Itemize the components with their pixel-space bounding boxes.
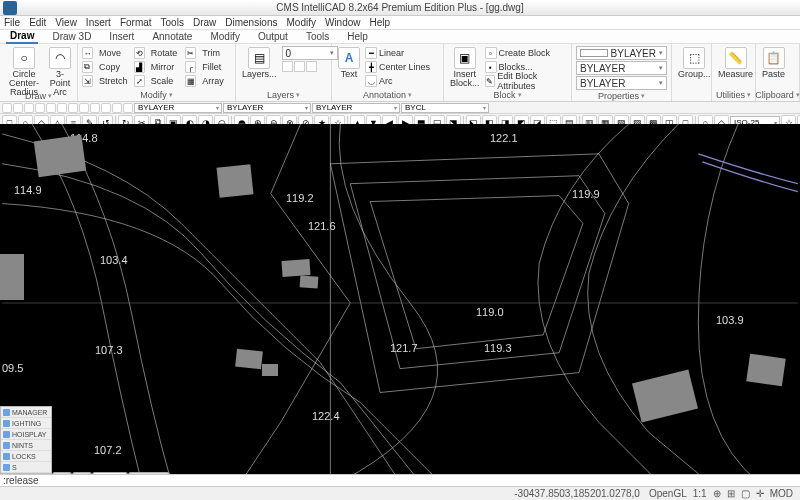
panel-label-properties: Properties — [576, 90, 667, 102]
menubar: FileEditViewInsertFormatToolsDrawDimensi… — [0, 16, 800, 30]
paste-button[interactable]: 📋Paste — [760, 46, 787, 80]
ribbon-tab-annotate[interactable]: Annotate — [148, 30, 196, 43]
status-item[interactable]: ✛ — [753, 487, 767, 500]
qat-button[interactable] — [79, 103, 89, 113]
mirror-label[interactable]: Mirror — [151, 62, 180, 72]
paste-icon: 📋 — [763, 47, 785, 69]
qat-button[interactable] — [112, 103, 122, 113]
trim-icon[interactable]: ✂ — [185, 47, 196, 59]
group-button[interactable]: ⬚Group... — [676, 46, 713, 80]
menu-tools[interactable]: Tools — [161, 17, 184, 28]
drawing-canvas[interactable]: 114.8114.9122.1103.4119.2121.6119.9107.3… — [0, 124, 800, 482]
status-item[interactable]: ▢ — [738, 487, 753, 500]
rotate-icon[interactable]: ⟲ — [134, 47, 145, 59]
ribbon-tab-draw[interactable]: Draw — [6, 29, 38, 44]
layers-button[interactable]: ▤ Layers... — [240, 46, 279, 80]
move-label[interactable]: Move — [99, 48, 128, 58]
tree-item[interactable]: S — [1, 462, 51, 473]
tree-item[interactable]: IGHTING — [1, 418, 51, 429]
left-tree-panel[interactable]: MANAGERIGHTINGHOISPLAYNINTSLOCKSS — [0, 406, 52, 474]
ribbon-tab-modify[interactable]: Modify — [206, 30, 243, 43]
center-lines-icon[interactable]: ╋ — [365, 61, 377, 73]
tree-icon — [3, 409, 10, 416]
status-item[interactable]: 1:1 — [690, 487, 710, 500]
group-icon: ⬚ — [683, 47, 705, 69]
arc-icon[interactable]: ◡ — [365, 75, 377, 87]
menu-view[interactable]: View — [55, 17, 77, 28]
statusbar: -30437.8503,185201.0278,0 OpenGL1:1⊕⊞▢✛M… — [0, 486, 800, 500]
tree-item[interactable]: NINTS — [1, 440, 51, 451]
copy-icon[interactable]: ⧉ — [82, 61, 93, 73]
qat-button[interactable] — [13, 103, 23, 113]
measure-icon: 📏 — [725, 47, 747, 69]
qat-button[interactable] — [123, 103, 133, 113]
qat-button[interactable] — [68, 103, 78, 113]
qat-button[interactable] — [35, 103, 45, 113]
property-combo-0[interactable]: BYLAYER — [576, 46, 667, 60]
layer-combo[interactable]: 0 — [282, 46, 338, 60]
command-line[interactable]: : release — [0, 474, 800, 486]
layer-tool-icon[interactable] — [294, 61, 305, 72]
layers-icon: ▤ — [248, 47, 270, 69]
rotate-label[interactable]: Rotate — [151, 48, 180, 58]
stretch-label[interactable]: Stretch — [99, 76, 128, 86]
menu-modify[interactable]: Modify — [287, 17, 316, 28]
scale-icon[interactable]: ⤢ — [134, 75, 145, 87]
bylayer-combo[interactable]: BYLAYER — [312, 103, 400, 113]
tree-item[interactable]: LOCKS — [1, 451, 51, 462]
tree-item[interactable]: MANAGER — [1, 407, 51, 418]
layer-tool-icon[interactable] — [306, 61, 317, 72]
qat-button[interactable] — [57, 103, 67, 113]
property-combo-1[interactable]: BYLAYER — [576, 61, 667, 75]
fillet-label[interactable]: Fillet — [202, 62, 231, 72]
array-label[interactable]: Array — [202, 76, 231, 86]
insert-block-button[interactable]: ▣ Insert Block... — [448, 46, 482, 89]
text-button[interactable]: A Text — [336, 46, 362, 80]
status-item[interactable]: ⊕ — [710, 487, 724, 500]
edit-block-attributes-icon[interactable]: ✎ — [485, 75, 496, 87]
status-item[interactable]: OpenGL — [646, 487, 690, 500]
ribbon-tab-tools[interactable]: Tools — [302, 30, 333, 43]
tree-icon — [3, 464, 10, 471]
tree-item[interactable]: HOISPLAY — [1, 429, 51, 440]
ribbon-tab-help[interactable]: Help — [343, 30, 372, 43]
menu-window[interactable]: Window — [325, 17, 361, 28]
bylayer-combo[interactable]: BYLAYER — [134, 103, 222, 113]
property-combo-2[interactable]: BYLAYER — [576, 76, 667, 90]
mirror-icon[interactable]: ▟ — [134, 61, 145, 73]
linear-icon[interactable]: ━ — [365, 47, 377, 59]
menu-file[interactable]: File — [4, 17, 20, 28]
qat-button[interactable] — [90, 103, 100, 113]
ribbon-tab-output[interactable]: Output — [254, 30, 292, 43]
menu-dimensions[interactable]: Dimensions — [225, 17, 277, 28]
ribbon-tab-draw-3d[interactable]: Draw 3D — [48, 30, 95, 43]
trim-label[interactable]: Trim — [202, 48, 231, 58]
menu-format[interactable]: Format — [120, 17, 152, 28]
blocks----icon[interactable]: ▪ — [485, 61, 497, 73]
status-item[interactable]: MOD — [767, 487, 796, 500]
bylayer-combo[interactable]: BYCL — [401, 103, 489, 113]
ribbon-tab-insert[interactable]: Insert — [105, 30, 138, 43]
status-item[interactable]: ⊞ — [724, 487, 738, 500]
copy-label[interactable]: Copy — [99, 62, 128, 72]
layer-tool-icon[interactable] — [282, 61, 293, 72]
tree-icon — [3, 420, 10, 427]
qat-button[interactable] — [2, 103, 12, 113]
bylayer-combo[interactable]: BYLAYER — [223, 103, 311, 113]
move-icon[interactable]: ↔ — [82, 47, 93, 59]
qat-button[interactable] — [101, 103, 111, 113]
create-block-icon[interactable]: ▫ — [485, 47, 497, 59]
building-shape — [0, 254, 24, 300]
array-icon[interactable]: ▦ — [185, 75, 196, 87]
topo-lines — [0, 124, 800, 482]
menu-help[interactable]: Help — [370, 17, 391, 28]
qat-button[interactable] — [46, 103, 56, 113]
qat-button[interactable] — [24, 103, 34, 113]
fillet-icon[interactable]: ╭ — [185, 61, 196, 73]
scale-label[interactable]: Scale — [151, 76, 180, 86]
menu-insert[interactable]: Insert — [86, 17, 111, 28]
menu-draw[interactable]: Draw — [193, 17, 216, 28]
stretch-icon[interactable]: ⇲ — [82, 75, 93, 87]
measure-button[interactable]: 📏Measure — [716, 46, 755, 80]
menu-edit[interactable]: Edit — [29, 17, 46, 28]
